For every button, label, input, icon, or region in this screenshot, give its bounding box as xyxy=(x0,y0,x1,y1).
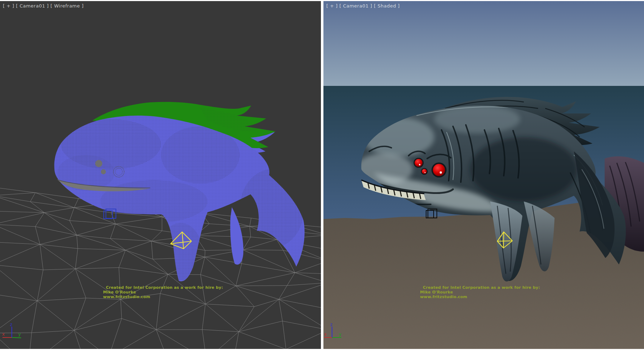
watermark-line: Created for Intel Corporation as a work … xyxy=(420,285,540,290)
viewport-label-wireframe[interactable]: [ + ] [ Camera01 ] [ Wireframe ] xyxy=(3,3,84,9)
axis-x-label: x xyxy=(324,332,327,337)
fish-eye-large xyxy=(95,160,102,167)
window-border-top xyxy=(0,0,644,1)
fish-eye-small xyxy=(415,159,423,167)
watermark-line: Created for Intel Corporation as a work … xyxy=(103,285,223,290)
fish-model-wireframe[interactable] xyxy=(50,102,308,284)
viewport-divider xyxy=(321,0,323,350)
copyright-watermark: Created for Intel Corporation as a work … xyxy=(420,285,540,299)
viewport-shaded[interactable]: [ + ] [ Camera01 ] [ Shaded ] Created fo… xyxy=(323,1,644,349)
world-axis-tripod: x y z xyxy=(1,322,26,342)
watermark-line: www.fritzstudio.com xyxy=(420,295,540,299)
axis-y-label: y xyxy=(339,332,341,337)
watermark-line: www.fritzstudio.com xyxy=(103,295,223,299)
axis-x-label: x xyxy=(2,332,5,337)
watermark-line: Mike O'Rourke xyxy=(103,290,223,295)
fish-eye-small xyxy=(101,169,106,174)
fish-eye-tiny xyxy=(422,169,427,174)
axis-z-label: z xyxy=(10,322,12,327)
sky-background xyxy=(323,1,644,86)
axis-y-label: y xyxy=(18,332,21,337)
viewport-label-shaded[interactable]: [ + ] [ Camera01 ] [ Shaded ] xyxy=(326,3,400,9)
viewport-canvas: [ + ] [ Camera01 ] [ Wireframe ] Created… xyxy=(0,0,644,350)
axis-z-label: z xyxy=(330,322,332,327)
watermark-line: Mike O'Rourke xyxy=(420,290,540,295)
fish-eye-large xyxy=(433,164,445,176)
copyright-watermark: Created for Intel Corporation as a work … xyxy=(103,285,223,299)
world-axis-tripod: x y z xyxy=(323,322,349,342)
viewport-wireframe[interactable]: [ + ] [ Camera01 ] [ Wireframe ] Created… xyxy=(0,1,321,349)
